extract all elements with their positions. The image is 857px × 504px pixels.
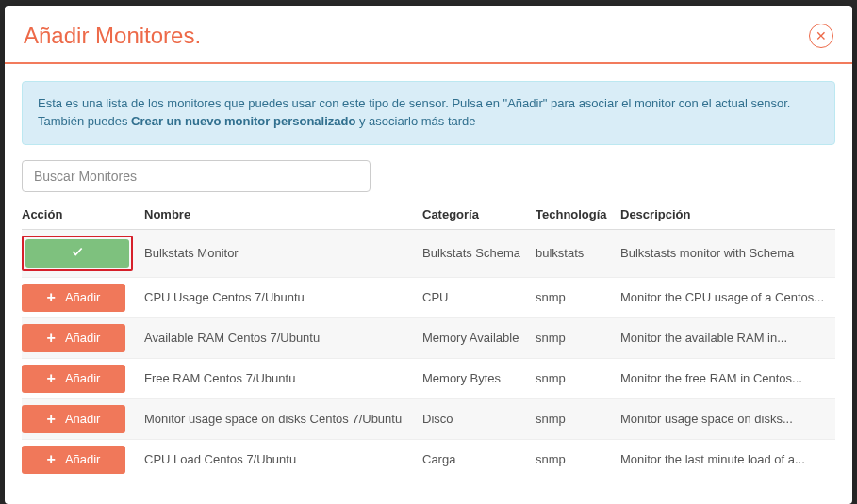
th-name: Nombre [144,200,422,230]
cell-technology: snmp [536,398,620,439]
cell-description: Monitor the available RAM in... [620,317,835,358]
cell-name: Monitor usage space on disks Centos 7/Ub… [144,398,422,439]
cell-description: Bulkstasts monitor with Schema [620,229,835,277]
add-button-label: Añadir [65,452,101,466]
cell-category: Carga [422,439,536,480]
cell-category: Memory Available [422,317,536,358]
cell-action: +Añadir [22,317,144,358]
add-button-label: Añadir [65,412,101,426]
cell-description: Monitor the last minute load of a... [620,439,835,480]
create-custom-monitor-link[interactable]: Crear un nuevo monitor personalizado [131,114,355,128]
th-technology: Technología [536,200,620,230]
search-input[interactable] [22,160,371,192]
added-highlight [22,236,133,271]
add-button-label: Añadir [65,371,101,385]
cell-description: Monitor usage space on disks... [620,398,835,439]
plus-icon: + [47,290,56,305]
cell-name: CPU Usage Centos 7/Ubuntu [144,277,422,317]
cell-category: Disco [422,398,536,439]
plus-icon: + [47,331,56,346]
modal-body: Esta es una lista de los monitores que p… [5,64,852,504]
cell-action: +Añadir [22,439,144,480]
cell-action: +Añadir [22,398,144,439]
cell-name: CPU Load Centos 7/Ubuntu [144,439,422,480]
cell-technology: snmp [536,439,620,480]
plus-icon: + [47,452,56,467]
cell-technology: snmp [536,317,620,358]
check-icon [71,245,84,261]
table-row: +AñadirCPU Usage Centos 7/UbuntuCPUsnmpM… [22,277,835,317]
cell-category: CPU [422,277,536,317]
table-row: Bulkstats MonitorBulkstats Schemabulksta… [22,229,835,277]
cell-name: Bulkstats Monitor [144,229,422,277]
cell-name: Free RAM Centos 7/Ubuntu [144,358,422,398]
close-button[interactable]: ✕ [809,24,833,48]
add-monitors-modal: Añadir Monitores. ✕ Esta es una lista de… [5,6,852,504]
close-icon: ✕ [816,29,827,42]
info-line-2-post: y asociarlo más tarde [355,114,475,128]
add-button-label: Añadir [65,290,101,304]
cell-action [22,229,144,277]
cell-description: Monitor the free RAM in Centos... [620,358,835,398]
cell-action: +Añadir [22,358,144,398]
cell-technology: snmp [536,277,620,317]
th-action: Acción [22,200,144,230]
add-button[interactable]: +Añadir [22,365,125,393]
search-wrap [22,160,835,192]
info-line-2: También puedes Crear un nuevo monitor pe… [38,113,819,131]
info-alert: Esta es una lista de los monitores que p… [22,81,835,145]
cell-technology: snmp [536,358,620,398]
add-button[interactable]: +Añadir [22,324,125,352]
add-button[interactable]: +Añadir [22,284,125,312]
info-line-2-pre: También puedes [38,114,131,128]
table-row: +AñadirFree RAM Centos 7/UbuntuMemory By… [22,358,835,398]
monitors-table: Acción Nombre Categoría Technología Desc… [22,200,835,480]
cell-name: Available RAM Centos 7/Ubuntu [144,317,422,358]
table-row: +AñadirAvailable RAM Centos 7/UbuntuMemo… [22,317,835,358]
add-button-label: Añadir [65,331,101,345]
modal-header: Añadir Monitores. ✕ [5,6,852,64]
modal-title: Añadir Monitores. [24,23,201,49]
plus-icon: + [47,412,56,427]
table-row: +AñadirMonitor usage space on disks Cent… [22,398,835,439]
cell-description: Monitor the CPU usage of a Centos... [620,277,835,317]
th-category: Categoría [422,200,536,230]
added-button[interactable] [25,239,129,268]
cell-category: Bulkstats Schema [422,229,536,277]
add-button[interactable]: +Añadir [22,446,125,474]
info-line-1: Esta es una lista de los monitores que p… [38,95,819,113]
table-row: +AñadirCPU Load Centos 7/UbuntuCargasnmp… [22,439,835,480]
plus-icon: + [47,371,56,386]
cell-category: Memory Bytes [422,358,536,398]
add-button[interactable]: +Añadir [22,405,125,433]
cell-action: +Añadir [22,277,144,317]
th-description: Descripción [620,200,835,230]
cell-technology: bulkstats [536,229,620,277]
